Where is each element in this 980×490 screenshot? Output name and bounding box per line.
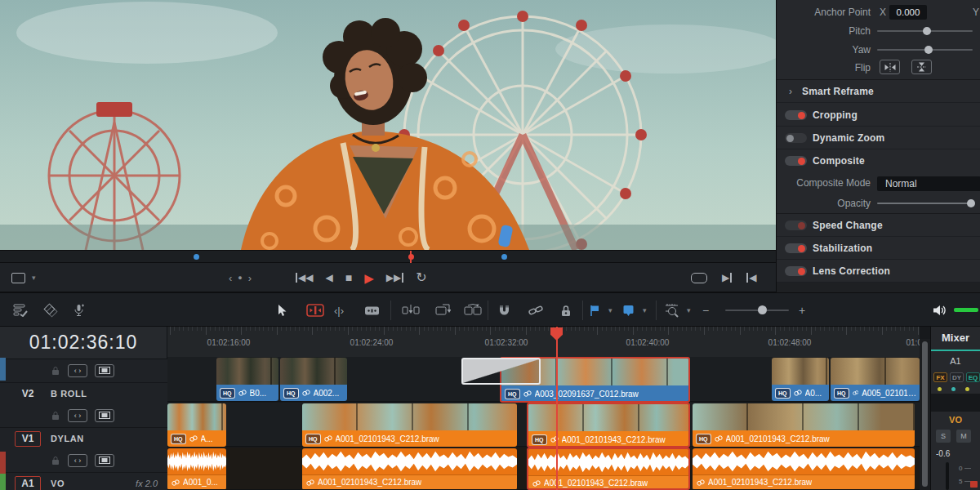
loop-button[interactable]: ↻ [416,271,426,284]
linked-selection-icon[interactable] [528,293,543,327]
timeline-clip[interactable]: HQ A... [167,403,226,447]
timeline-clip-selected[interactable]: HQ A001_02101943_C212.braw [527,403,690,448]
volume-fader[interactable] [946,462,949,490]
opacity-slider[interactable] [877,203,973,204]
auto-select-icon[interactable]: ‹ › [68,409,87,422]
go-to-start-button[interactable]: ◀◀ [296,273,313,283]
prev-edit-button[interactable]: ◀ [746,273,756,283]
zoom-in-button[interactable]: + [799,293,805,327]
jog-left-icon[interactable]: ‹ [229,272,232,284]
speaker-icon[interactable] [933,293,947,327]
speed-change-toggle[interactable] [785,220,807,230]
timeline-clip[interactable]: HQ A0... [772,358,829,401]
stabilization-toggle[interactable] [785,243,807,253]
track-lock-icon[interactable] [51,411,60,421]
timeline-clip[interactable]: HQ B0... [216,358,278,401]
speed-change-section[interactable]: Speed Change [777,214,980,237]
auto-select-icon[interactable]: ‹ › [68,454,87,467]
filmstrip-icon[interactable] [95,409,114,422]
insert-clip-icon[interactable] [402,293,420,327]
voiceover-mic-icon[interactable] [74,293,84,327]
play-reverse-button[interactable]: ◀ [325,273,332,283]
cropping-section[interactable]: Cropping [777,104,980,127]
stop-button[interactable]: ■ [345,272,352,283]
jog-right-icon[interactable]: › [248,272,252,284]
composite-mode-dropdown[interactable]: Normal [877,176,980,191]
selection-tool-icon[interactable] [278,293,287,327]
trim-edit-mode-icon[interactable] [306,293,324,327]
viewer-marker-blue[interactable] [194,254,199,260]
lens-correction-section[interactable]: Lens Correction [777,260,980,283]
auto-select-icon[interactable]: ‹ › [68,364,87,377]
mixer-fx-button[interactable]: FX [933,372,947,382]
smart-reframe-section[interactable]: › Smart Reframe [777,80,980,103]
timeline-clips-area[interactable]: HQ B0... HQ A002... HQ A003_02091637_C01… [167,357,920,490]
audio-clip[interactable]: A001_0... [167,448,226,490]
dynamic-zoom-section[interactable]: Dynamic Zoom [777,127,980,149]
marker-icon[interactable] [623,293,634,327]
pitch-slider[interactable] [877,30,973,32]
timeline-zoom-icon[interactable] [665,293,681,327]
track-lock-icon[interactable] [51,366,60,376]
viewer-marker-blue[interactable] [501,254,507,260]
audio-clip[interactable]: A001_02101943_C212.braw [693,448,915,490]
composite-section[interactable]: Composite [777,149,980,172]
timeline-view-options-icon[interactable] [13,293,28,327]
flip-horizontal-button[interactable] [880,60,900,74]
mixer-dynamics-button[interactable]: DY [950,372,964,382]
stacked-timelines-icon[interactable] [42,293,59,327]
viewer-overlay-icon[interactable] [11,273,25,283]
match-frame-icon[interactable] [691,273,707,283]
lens-correction-toggle[interactable] [785,266,807,276]
track-v1[interactable]: V1 DYLAN ‹ › [0,427,167,471]
yaw-slider[interactable] [877,49,973,51]
viewer-playhead-dot[interactable] [408,254,414,260]
timeline-ruler[interactable]: 01:02:16:00 01:02:24:00 01:02:32:00 01:0… [167,327,920,359]
go-to-end-button[interactable]: ▶▶ [386,273,403,283]
timeline-vertical-scrollbar[interactable] [920,339,930,490]
position-lock-icon[interactable] [560,293,572,327]
composite-toggle[interactable] [785,156,807,166]
mixer-pan-knob-area[interactable] [931,394,980,412]
track-v2[interactable]: V2 B ROLL ‹ › [0,382,167,426]
chevron-down-icon[interactable]: ▾ [32,274,36,282]
track-lock-icon[interactable] [51,456,60,466]
timeline-clip[interactable]: HQ A001_02101943_C212.braw [693,403,915,447]
track-a1-id[interactable]: A1 [15,476,41,490]
replace-clip-icon[interactable] [464,293,482,327]
track-a1-fx-badge[interactable]: fx 2.0 [136,479,158,488]
next-edit-button[interactable]: ▶ [722,273,732,283]
razor-edit-icon[interactable] [364,293,380,327]
transition-dissolve[interactable] [461,358,541,385]
flag-chevron-icon[interactable]: ▾ [608,293,612,327]
marker-chevron-icon[interactable]: ▾ [643,293,647,327]
dynamic-trim-icon[interactable]: ‹|› [334,293,344,327]
track-a1[interactable]: A1 VO fx 2.0 [0,472,167,490]
flip-vertical-button[interactable] [911,60,932,74]
overwrite-clip-icon[interactable] [434,293,451,327]
record-arm-button[interactable] [970,481,978,488]
viewer-scrub-bar[interactable] [0,250,776,263]
anchor-x-input[interactable]: 0.000 [889,5,927,20]
timeline-clip[interactable]: HQ A002... [280,358,347,401]
zoom-out-button[interactable]: − [702,293,709,327]
cropping-toggle[interactable] [785,110,807,120]
track-v1-id[interactable]: V1 [15,431,41,447]
timeline-clip[interactable]: HQ A005_02101334_... [831,358,920,401]
video-viewer[interactable] [0,0,776,250]
mixer-eq-button[interactable]: EQ [966,372,980,382]
filmstrip-icon[interactable] [95,364,114,377]
flag-icon[interactable] [590,293,600,327]
dynamic-zoom-toggle[interactable] [785,133,807,143]
filmstrip-icon[interactable] [95,454,114,467]
zoom-chevron-icon[interactable]: ▾ [687,293,691,327]
play-button[interactable]: ▶ [364,272,374,284]
solo-button[interactable]: S [936,430,951,443]
timeline-clip[interactable]: HQ A001_02101943_C212.braw [302,403,517,447]
audio-clip-selected[interactable]: A001_02101943_C212.braw [527,448,690,490]
audio-clip[interactable]: A001_02101943_C212.braw [302,448,517,490]
jog-dot-icon[interactable]: ● [238,274,242,282]
mute-button[interactable]: M [956,430,971,443]
zoom-slider[interactable] [725,310,789,311]
playhead-line[interactable] [556,327,558,490]
